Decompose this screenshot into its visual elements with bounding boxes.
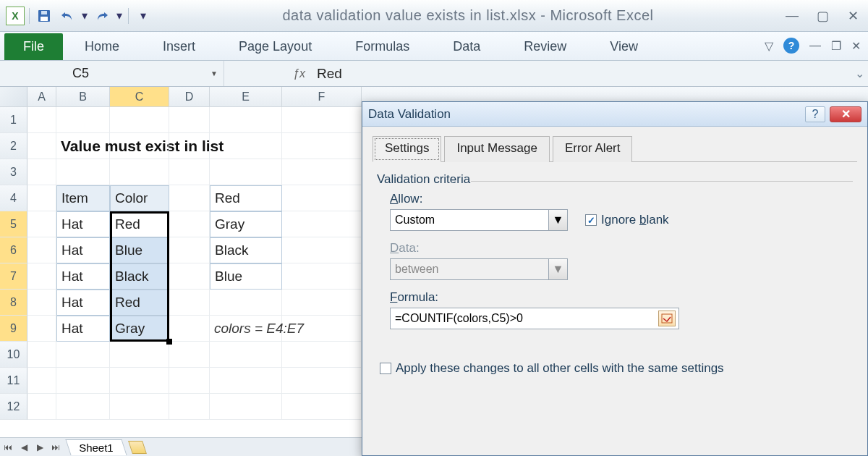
formula-label: Formula: <box>390 290 853 305</box>
formula-input[interactable]: Red <box>311 66 855 82</box>
ignore-blank-checkbox[interactable]: ✓ Ignore blank <box>585 213 669 227</box>
quick-access-toolbar: X ▾ ▾ ▾ <box>6 7 153 25</box>
row-header[interactable]: 8 <box>0 290 27 316</box>
column-header-item[interactable]: Item <box>56 185 110 211</box>
undo-button[interactable] <box>57 7 77 25</box>
ribbon-minimize-icon[interactable]: ▽ <box>765 39 773 53</box>
tab-file[interactable]: File <box>4 33 63 60</box>
save-button[interactable] <box>34 7 54 25</box>
tab-insert[interactable]: Insert <box>163 33 195 60</box>
list-item[interactable]: Blue <box>210 263 282 290</box>
row-header[interactable]: 6 <box>0 237 27 263</box>
row-header[interactable]: 12 <box>0 394 27 420</box>
cell-item[interactable]: Hat <box>56 211 110 237</box>
allow-combo[interactable]: Custom ▼ <box>390 209 568 231</box>
tab-nav-last[interactable]: ⏭ <box>48 440 64 455</box>
tab-nav-first[interactable]: ⏮ <box>0 440 16 455</box>
ribbon-tabs: File Home Insert Page Layout Formulas Da… <box>0 32 868 61</box>
select-all-corner[interactable] <box>0 87 27 106</box>
col-header[interactable]: C <box>110 87 169 106</box>
chevron-down-icon: ▼ <box>548 259 567 279</box>
tab-home[interactable]: Home <box>85 33 119 60</box>
window-title: data validation value exists in list.xls… <box>153 7 783 24</box>
cell-color[interactable]: Gray <box>110 316 169 342</box>
name-box[interactable]: C5 <box>72 66 89 81</box>
list-item[interactable]: Black <box>210 237 282 263</box>
row-header[interactable]: 9 <box>0 316 27 342</box>
data-combo: between ▼ <box>390 258 568 280</box>
column-header-color[interactable]: Color <box>110 185 169 211</box>
redo-dropdown[interactable]: ▾ <box>115 7 124 25</box>
doc-close-icon[interactable]: ✕ <box>851 39 861 53</box>
cell-item[interactable]: Hat <box>56 290 110 316</box>
cell-color[interactable]: Red <box>110 290 169 316</box>
range-note[interactable]: colors = E4:E7 <box>210 316 282 342</box>
checkbox-checked-icon: ✓ <box>585 214 597 226</box>
fx-label[interactable]: ƒx <box>224 67 311 80</box>
undo-dropdown[interactable]: ▾ <box>80 7 89 25</box>
doc-minimize-icon[interactable]: — <box>809 39 821 52</box>
dialog-help-button[interactable]: ? <box>805 106 825 122</box>
row-header[interactable]: 1 <box>0 107 27 133</box>
minimize-button[interactable]: — <box>783 9 801 23</box>
col-header[interactable]: A <box>27 87 56 106</box>
cell-color[interactable]: Blue <box>110 237 169 263</box>
tab-nav-next[interactable]: ▶ <box>32 440 48 455</box>
cell-color[interactable]: Red <box>110 211 169 237</box>
range-picker-icon[interactable] <box>658 311 676 326</box>
maximize-button[interactable]: ▢ <box>813 9 832 23</box>
title-bar: X ▾ ▾ ▾ data validation value exists in … <box>0 0 868 32</box>
row-header[interactable]: 3 <box>0 159 27 185</box>
data-label: Data: <box>390 241 853 256</box>
cell-color[interactable]: Black <box>110 263 169 290</box>
row-header[interactable]: 11 <box>0 368 27 394</box>
name-box-dropdown[interactable]: ▼ <box>210 69 218 77</box>
selection-handle[interactable] <box>166 339 172 345</box>
col-header[interactable]: E <box>210 87 282 106</box>
row-header[interactable]: 10 <box>0 342 27 368</box>
svg-rect-2 <box>41 11 47 14</box>
checkbox-unchecked-icon <box>380 363 391 374</box>
dialog-tab-settings[interactable]: Settings <box>373 136 441 162</box>
tab-data[interactable]: Data <box>453 33 480 60</box>
excel-icon: X <box>6 7 25 25</box>
col-header[interactable]: F <box>282 87 362 106</box>
allow-label: Allow: <box>390 192 853 206</box>
dialog-title: Data Validation <box>368 107 805 122</box>
tab-review[interactable]: Review <box>524 33 566 60</box>
dialog-close-button[interactable]: ✕ <box>830 106 861 122</box>
row-header[interactable]: 2 <box>0 133 27 159</box>
qat-customize[interactable]: ▾ <box>133 7 153 25</box>
col-header[interactable]: D <box>169 87 210 106</box>
list-item[interactable]: Red <box>210 185 282 211</box>
tab-formulas[interactable]: Formulas <box>355 33 409 60</box>
help-icon[interactable]: ? <box>783 38 799 54</box>
cell-item[interactable]: Hat <box>56 237 110 263</box>
sheet-tab[interactable]: Sheet1 <box>65 439 127 455</box>
row-header[interactable]: 5 <box>0 211 27 237</box>
formula-expand-icon[interactable]: ⌄ <box>855 67 868 80</box>
new-sheet-button[interactable] <box>128 441 147 454</box>
redo-button[interactable] <box>92 7 112 25</box>
apply-to-all-checkbox[interactable]: Apply these changes to all other cells w… <box>380 361 853 376</box>
tab-page-layout[interactable]: Page Layout <box>239 33 312 60</box>
svg-rect-1 <box>41 17 48 21</box>
col-header[interactable]: B <box>56 87 110 106</box>
doc-restore-icon[interactable]: ❐ <box>831 39 841 53</box>
data-validation-dialog: Data Validation ? ✕ Settings Input Messa… <box>362 101 868 456</box>
row-header[interactable]: 7 <box>0 263 27 290</box>
dialog-titlebar[interactable]: Data Validation ? ✕ <box>362 102 867 127</box>
chevron-down-icon[interactable]: ▼ <box>548 210 567 230</box>
dialog-tab-error-alert[interactable]: Error Alert <box>553 136 633 162</box>
formula-input-box[interactable]: =COUNTIF(colors,C5)>0 <box>390 308 679 329</box>
cell-item[interactable]: Hat <box>56 263 110 290</box>
row-header[interactable]: 4 <box>0 185 27 211</box>
dialog-tab-input-message[interactable]: Input Message <box>444 136 550 162</box>
tab-view[interactable]: View <box>610 33 638 60</box>
sheet-heading[interactable]: Value must exist in list <box>56 133 110 159</box>
list-item[interactable]: Gray <box>210 211 282 237</box>
cell-item[interactable]: Hat <box>56 316 110 342</box>
tab-nav-prev[interactable]: ◀ <box>16 440 32 455</box>
close-button[interactable]: ✕ <box>843 9 862 23</box>
formula-bar: C5 ▼ ƒx Red ⌄ <box>0 61 868 87</box>
